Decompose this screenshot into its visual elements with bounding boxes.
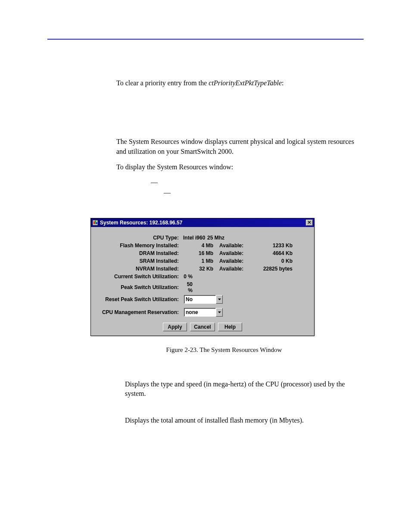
label-dram: DRAM Installed:	[95, 250, 181, 256]
row-peak-switch: Peak Switch Utilization: 50 %	[95, 281, 310, 293]
label-cur-switch: Current Switch Utilization:	[95, 274, 181, 280]
intro-line: To clear a priority entry from the ctPri…	[47, 78, 364, 88]
val-flash-avail: 1233 Kb	[254, 243, 293, 249]
button-row: Apply Cancel Help	[95, 323, 310, 331]
row-flash: Flash Memory Installed: 4 Mb Available: …	[95, 243, 310, 249]
window-body: CPU Type: Intel i960 25 Mhz Flash Memory…	[91, 227, 314, 336]
close-icon[interactable]	[306, 220, 313, 226]
row-nvram: NVRAM Installed: 32 Kb Available: 22825 …	[95, 266, 310, 272]
intro-pre: To clear a priority entry from the	[116, 79, 209, 87]
app-icon	[92, 220, 98, 226]
val-cur-switch: 0 %	[181, 274, 199, 280]
step-dash-2: —	[164, 189, 172, 196]
intro-post: :	[282, 79, 283, 87]
row-cpu-mgmt: CPU Management Reservation: none	[95, 308, 310, 317]
label-nvram-avail: Available:	[219, 266, 254, 272]
label-flash-avail: Available:	[219, 243, 254, 249]
val-peak-switch: 50 %	[181, 281, 199, 293]
row-cur-switch: Current Switch Utilization: 0 %	[95, 274, 310, 280]
step-dash-1: —	[151, 178, 159, 186]
svg-marker-7	[218, 311, 221, 313]
val-sram-inst: 1 Mb	[181, 258, 219, 264]
label-reset-peak: Reset Peak Switch Utilization:	[95, 296, 181, 302]
row-cpu: CPU Type: Intel i960 25 Mhz	[95, 235, 310, 241]
label-peak-switch: Peak Switch Utilization:	[95, 284, 181, 290]
val-sram-avail: 0 Kb	[254, 258, 293, 264]
def-cpu: Displays the type and speed (in mega-her…	[47, 380, 364, 399]
label-nvram: NVRAM Installed:	[95, 266, 181, 272]
chevron-down-icon[interactable]	[216, 308, 223, 317]
label-sram-avail: Available:	[219, 258, 254, 264]
def-flash: Displays the total amount of installed f…	[47, 416, 364, 425]
header-space	[47, 40, 364, 78]
svg-rect-3	[96, 222, 97, 224]
intro-italic: ctPriorityExtPktTypeTable	[209, 79, 282, 87]
val-cpu-mhz: 25 Mhz	[207, 235, 229, 241]
cancel-button[interactable]: Cancel	[190, 323, 215, 331]
window-title: System Resources: 192.168.96.57	[100, 220, 306, 226]
svg-marker-6	[218, 299, 221, 300]
reset-peak-value: No	[184, 295, 216, 304]
document-page: To clear a priority entry from the ctPri…	[0, 0, 411, 460]
label-sram: SRAM Installed:	[95, 258, 181, 264]
val-cpu-type: Intel i960	[181, 235, 207, 241]
help-button[interactable]: Help	[218, 323, 242, 331]
label-cpu: CPU Type:	[95, 235, 181, 241]
svg-rect-1	[93, 221, 95, 224]
section2-p1: The System Resources window displays cur…	[47, 137, 364, 156]
chevron-down-icon[interactable]	[216, 295, 223, 304]
svg-rect-2	[95, 221, 96, 224]
val-dram-inst: 16 Mb	[181, 250, 219, 256]
system-resources-window: System Resources: 192.168.96.57 CPU Type…	[90, 218, 314, 336]
titlebar[interactable]: System Resources: 192.168.96.57	[91, 218, 314, 227]
row-sram: SRAM Installed: 1 Mb Available: 0 Kb	[95, 258, 310, 264]
window-container: System Resources: 192.168.96.57 CPU Type…	[90, 218, 314, 354]
val-dram-avail: 4664 Kb	[254, 250, 293, 256]
apply-button[interactable]: Apply	[163, 323, 187, 331]
val-flash-inst: 4 Mb	[181, 243, 219, 249]
cpu-mgmt-value: none	[184, 308, 216, 317]
label-cpu-mgmt: CPU Management Reservation:	[95, 309, 181, 315]
val-nvram-inst: 32 Kb	[181, 266, 219, 272]
label-dram-avail: Available:	[219, 250, 254, 256]
figure-caption: Figure 2-23. The System Resources Window	[90, 346, 314, 354]
section2-p2: To display the System Resources window:	[47, 162, 364, 172]
cpu-mgmt-select[interactable]: none	[184, 308, 223, 317]
row-reset-peak: Reset Peak Switch Utilization: No	[95, 295, 310, 304]
steps-block: — —	[47, 178, 364, 196]
row-dram: DRAM Installed: 16 Mb Available: 4664 Kb	[95, 250, 310, 256]
reset-peak-select[interactable]: No	[184, 295, 223, 304]
val-nvram-avail: 22825 bytes	[254, 266, 293, 272]
label-flash: Flash Memory Installed:	[95, 243, 181, 249]
